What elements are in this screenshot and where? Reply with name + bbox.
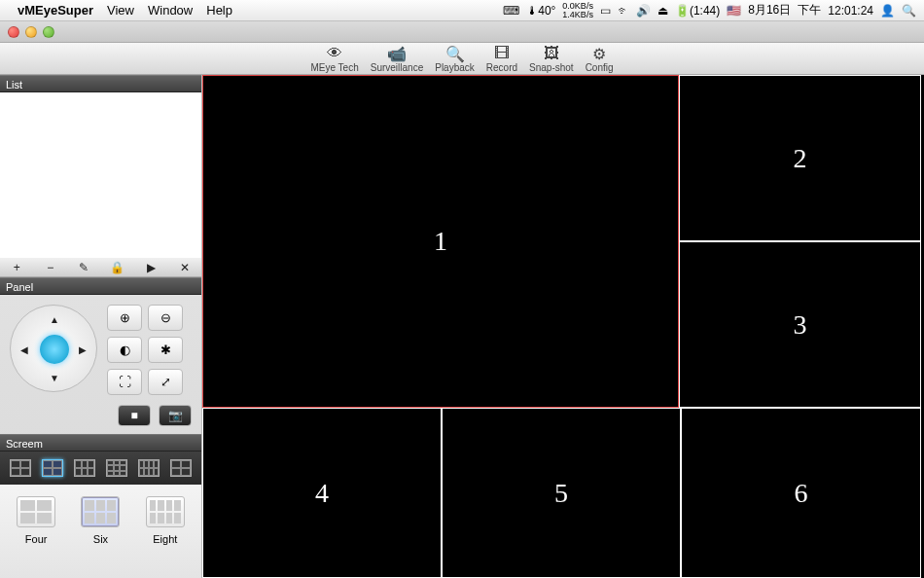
grid-6-icon[interactable] (74, 459, 95, 477)
snapshot-icon: 🖼 (542, 45, 561, 62)
menu-help[interactable]: Help (206, 3, 232, 18)
video-grid: 1 2 3 4 5 6 (202, 75, 924, 578)
layout-label: Eight (153, 533, 177, 545)
iris-open-button[interactable]: ◐ (107, 337, 142, 363)
ptz-up[interactable]: ▲ (45, 309, 64, 329)
lock-button[interactable]: 🔒 (108, 261, 127, 274)
input-method-icon[interactable]: ⌨ (503, 4, 519, 18)
tray-icon[interactable]: ▭ (600, 4, 611, 18)
menu-window[interactable]: Window (148, 3, 193, 18)
sidebar: List + − ✎ 🔒 ▶ ✕ Panel ▲ ▼ ◀ ▶ (0, 75, 202, 578)
eye-icon: 👁 (325, 45, 344, 62)
app-window: 👁MEye Tech 📹Surveillance 🔍Playback 🎞Reco… (0, 21, 924, 578)
toolbar-config[interactable]: ⚙Config (586, 45, 614, 74)
toolbar-record[interactable]: 🎞Record (486, 45, 517, 74)
close-item-button[interactable]: ✕ (175, 261, 195, 274)
toolbar-snapshot[interactable]: 🖼Snap-shot (529, 45, 574, 74)
user-icon[interactable]: 👤 (880, 4, 895, 18)
close-button[interactable] (8, 26, 19, 38)
ptz-dpad: ▲ ▼ ◀ ▶ (10, 305, 97, 392)
layout-six[interactable]: Six (81, 496, 120, 566)
record-icon: 🎞 (492, 45, 512, 62)
volume-icon[interactable]: 🔊 (636, 4, 651, 18)
ptz-left[interactable]: ◀ (15, 340, 34, 359)
play-button[interactable]: ▶ (141, 261, 160, 274)
record-toggle[interactable]: ■ (118, 405, 151, 426)
main-toolbar: 👁MEye Tech 📹Surveillance 🔍Playback 🎞Reco… (0, 43, 924, 75)
grid-4-icon[interactable] (10, 459, 31, 477)
temp-indicator: 🌡40° (526, 4, 555, 18)
grid-pip-icon[interactable] (170, 459, 192, 477)
layout-eight[interactable]: Eight (146, 496, 185, 566)
video-cell-4[interactable]: 4 (202, 408, 442, 578)
camera-icon: 📹 (387, 45, 407, 62)
ptz-down[interactable]: ▼ (45, 368, 64, 387)
edit-button[interactable]: ✎ (74, 261, 93, 274)
video-cell-5[interactable]: 5 (442, 408, 681, 578)
playback-icon: 🔍 (445, 45, 465, 62)
zoom-out-button[interactable]: ⊖ (148, 305, 183, 331)
screen-header: Screem (0, 434, 201, 452)
layout-four[interactable]: Four (17, 496, 55, 566)
layout-label: Six (93, 533, 108, 545)
mac-menubar: vMEyeSuper View Window Help ⌨ 🌡40° 0.0KB… (0, 0, 924, 21)
device-list[interactable] (0, 92, 201, 258)
wifi-icon[interactable]: ᯤ (618, 4, 629, 18)
layout-label: Four (25, 533, 48, 545)
remove-button[interactable]: − (41, 261, 60, 274)
grid-8-icon[interactable] (138, 459, 160, 477)
add-button[interactable]: + (7, 261, 26, 274)
menu-view[interactable]: View (107, 3, 134, 18)
network-speed: 0.0KB/s1.4KB/s (562, 2, 593, 19)
video-cell-2[interactable]: 2 (679, 75, 921, 241)
list-header: List (0, 75, 201, 92)
zoom-button[interactable] (43, 26, 54, 38)
app-menu[interactable]: vMEyeSuper (18, 3, 93, 18)
time-text: 12:01:24 (828, 4, 873, 18)
toolbar-surveillance[interactable]: 📹Surveillance (371, 45, 423, 74)
video-cell-1[interactable]: 1 (202, 75, 679, 408)
toolbar-playback[interactable]: 🔍Playback (435, 45, 475, 74)
focus-near-button[interactable]: ⛶ (107, 369, 142, 395)
ptz-center[interactable] (40, 335, 69, 364)
eject-icon[interactable]: ⏏ (657, 4, 668, 18)
panel-header: Panel (0, 277, 201, 295)
focus-far-button[interactable]: ⤢ (148, 369, 183, 395)
flag-icon[interactable]: 🇺🇸 (727, 4, 741, 18)
toolbar-meyetech[interactable]: 👁MEye Tech (310, 45, 358, 74)
minimize-button[interactable] (25, 26, 37, 38)
battery-indicator[interactable]: 🔋(1:44) (675, 4, 720, 18)
video-cell-3[interactable]: 3 (679, 241, 921, 408)
list-toolbar: + − ✎ 🔒 ▶ ✕ (0, 258, 201, 277)
grid-9-icon[interactable] (106, 459, 127, 477)
window-titlebar (0, 21, 924, 43)
ptz-right[interactable]: ▶ (73, 340, 92, 359)
gear-icon: ⚙ (589, 45, 609, 62)
daypart-text: 下午 (798, 2, 821, 18)
grid-4b-icon[interactable] (42, 459, 63, 477)
zoom-in-button[interactable]: ⊕ (107, 305, 142, 331)
date-text: 8月16日 (748, 2, 791, 18)
spotlight-icon[interactable]: 🔍 (902, 4, 916, 18)
snapshot-button[interactable]: 📷 (159, 405, 192, 426)
video-cell-6[interactable]: 6 (681, 408, 921, 578)
iris-close-button[interactable]: ✱ (148, 337, 183, 363)
